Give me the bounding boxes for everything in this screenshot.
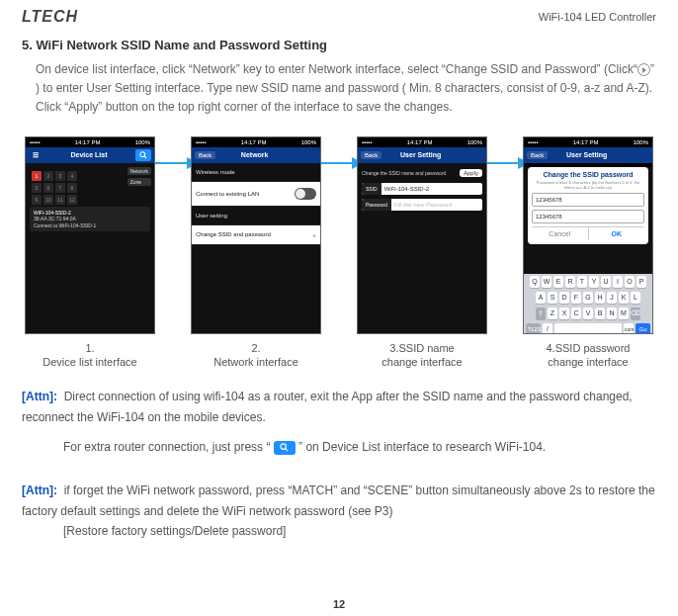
key-g[interactable]: G [583,292,593,304]
cancel-button[interactable]: Cancel [532,227,589,240]
back-button[interactable]: Back [195,151,215,159]
key-d[interactable]: D [559,292,569,304]
row-change-ssid[interactable]: Change SSID and password▸ [192,225,320,245]
ok-button[interactable]: OK [589,227,645,240]
play-icon [637,63,650,76]
key-v[interactable]: V [583,308,593,319]
svg-line-6 [286,449,289,452]
attn-2: [Attn]: if forget the WiFi network passw… [0,457,678,541]
key-y[interactable]: Y [589,276,599,288]
key-shift[interactable]: ⇧ [536,308,546,319]
keyboard: QWERTYUIOP ASDFGHJKL ⇧ZXCVBNM⌫ .?123 / .… [524,274,652,333]
key-com[interactable]: .com [624,323,634,333]
network-button[interactable]: Network [127,167,151,175]
ssid-field-row: SSID WiFi-104-SSID-2 [362,183,482,195]
screenshots-row: •••••14:17 PM100% ☰ Device List Network … [0,118,678,370]
change-password-dialog: Change the SSID password Password at lea… [528,167,648,244]
screen-ssid-password: •••••14:17 PM100% Back User Setting Chan… [524,137,652,333]
key-e[interactable]: E [553,276,563,288]
caption-4: 4.SSID passwordchange interface [547,333,631,370]
section-body: On device list interface, click “Network… [0,58,678,118]
key-j[interactable]: J [607,292,617,304]
key-slash[interactable]: / [543,323,552,333]
screen-network: •••••14:17 PM100% Back Network Wireless … [192,137,320,333]
key-m[interactable]: M [619,308,629,319]
key-s[interactable]: S [548,292,557,304]
password-input[interactable]: Fill the new Password [391,199,482,211]
key-o[interactable]: O [625,276,635,288]
back-button[interactable]: Back [527,151,548,159]
screen-device-list: •••••14:17 PM100% ☰ Device List Network … [26,137,154,333]
key-x[interactable]: X [559,308,569,319]
key-i[interactable]: I [613,276,623,288]
row-user-setting: User setting [192,207,320,225]
search-icon [274,441,296,455]
key-space[interactable] [554,323,622,333]
nav-title: User Setting [400,151,441,158]
key-delete[interactable]: ⌫ [631,308,640,319]
device-item[interactable]: WiFi-104-SSID-2 38:AA:3C:71:94:0A Connec… [30,207,150,232]
password-field-row: Password Fill the new Password [362,199,482,211]
key-w[interactable]: W [542,276,551,288]
svg-point-3 [140,151,145,156]
key-go[interactable]: Go [636,323,650,333]
nav-title: Device List [71,151,108,158]
key-r[interactable]: R [565,276,575,288]
key-c[interactable]: C [571,308,581,319]
zone-button[interactable]: Zone [127,178,151,186]
key-k[interactable]: K [619,292,629,304]
row-wireless-mode: Wireless mode [192,163,320,182]
caption-1: 1.Device list interface [42,333,136,370]
nav-title: User Setting [566,151,607,158]
attn-1: [Attn]: Direct connection of using wifi-… [0,369,678,457]
password-field-1[interactable]: 12345678 [532,193,644,207]
key-n[interactable]: N [607,308,617,319]
brand-logo: LTECH [22,8,78,26]
key-123[interactable]: .?123 [526,323,541,333]
doc-title: WiFi-104 LED Controller [539,11,656,23]
key-l[interactable]: L [631,292,640,304]
key-h[interactable]: H [595,292,605,304]
row-connect-lan[interactable]: Connect to existing LAN [192,182,320,207]
chevron-right-icon: ▸ [313,231,316,238]
apply-button[interactable]: Apply [460,169,482,177]
password-field-2[interactable]: 12345678 [532,210,644,223]
key-u[interactable]: U [601,276,611,288]
ssid-input[interactable]: WiFi-104-SSID-2 [381,183,482,195]
key-z[interactable]: Z [548,308,557,319]
screen-user-setting: •••••14:17 PM100% Back User Setting Chan… [358,137,486,333]
nav-title: Network [241,151,269,158]
svg-line-4 [144,156,146,158]
page-number: 12 [0,598,678,610]
key-b[interactable]: B [595,308,605,319]
caption-3: 3.SSID namechange interface [381,333,462,370]
key-p[interactable]: P [636,276,646,288]
key-q[interactable]: Q [530,276,540,288]
side-buttons: Network Zone [127,167,151,186]
key-t[interactable]: T [577,276,587,288]
search-icon[interactable] [135,149,151,161]
back-button[interactable]: Back [361,151,381,159]
key-f[interactable]: F [571,292,581,304]
svg-point-5 [281,444,286,449]
caption-2: 2.Network interface [213,333,298,370]
section-heading: 5. WiFi Network SSID Name and Password S… [0,26,678,58]
toggle-icon[interactable] [295,188,316,200]
hamburger-icon[interactable]: ☰ [29,151,42,159]
key-a[interactable]: A [536,292,546,304]
